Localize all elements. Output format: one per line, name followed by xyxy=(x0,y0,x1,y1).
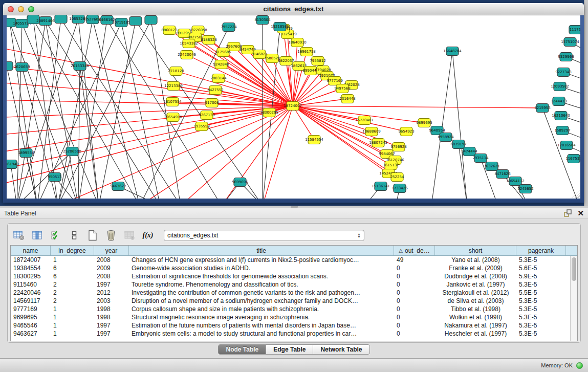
table-row[interactable]: 946362711997Embryonic stem cells: a mode… xyxy=(11,330,577,338)
graph-node[interactable]: 9463627 xyxy=(110,182,126,191)
tab-network-table[interactable]: Network Table xyxy=(313,345,369,354)
function-builder-button[interactable]: f(x) xyxy=(141,229,155,242)
column-header-short[interactable]: short xyxy=(435,246,516,255)
graph-node[interactable]: 9245652 xyxy=(517,185,533,193)
graph-node[interactable]: 8958924 xyxy=(438,133,454,142)
graph-node[interactable]: 917008 xyxy=(205,99,219,107)
graph-node[interactable]: 15751074 xyxy=(561,38,579,47)
graph-node[interactable]: 1861940 xyxy=(7,160,19,169)
clear-selection-button[interactable] xyxy=(68,229,81,242)
column-header-name[interactable]: name xyxy=(11,246,51,255)
graph-node[interactable]: 9899695 xyxy=(416,119,432,127)
graph-node[interactable]: 19654918 xyxy=(164,113,182,122)
graph-node[interactable]: 8186328 xyxy=(201,36,216,45)
graph-node[interactable]: 18107554 xyxy=(163,98,182,106)
table-mode-button[interactable] xyxy=(12,229,26,242)
graph-node[interactable]: 8471626 xyxy=(494,170,511,179)
graph-node[interactable]: 11175 xyxy=(569,26,580,34)
tab-edge-table[interactable]: Edge Table xyxy=(266,345,313,354)
create-column-button[interactable] xyxy=(86,229,99,242)
graph-node[interactable] xyxy=(7,62,13,71)
graph-node[interactable]: 7632621 xyxy=(484,162,499,171)
graph-node[interactable]: 1733426 xyxy=(391,184,408,193)
table-select-dropdown[interactable]: citations_edges.txt ▲▼ xyxy=(164,230,364,241)
panel-splitter[interactable] xyxy=(0,206,588,208)
graph-node[interactable]: 9699695 xyxy=(232,178,248,187)
graph-node[interactable] xyxy=(55,15,67,24)
graph-node[interactable]: 9654923 xyxy=(398,127,414,136)
close-panel-icon[interactable]: ✕ xyxy=(577,209,584,217)
graph-node[interactable]: 1527602 xyxy=(84,15,100,24)
network-window-titlebar[interactable]: citations_edges.txt xyxy=(3,3,584,15)
table-row[interactable]: 1872400712008Changes of HCN gene express… xyxy=(11,256,577,264)
graph-node[interactable]: 1167533 xyxy=(565,155,580,163)
splitter-handle-icon[interactable] xyxy=(291,206,298,208)
graph-node[interactable]: 20153346 xyxy=(71,62,89,71)
graph-node[interactable]: 16210643 xyxy=(552,112,570,120)
network-canvas[interactable]: 1872400788601238912954182260589827508818… xyxy=(7,15,580,199)
graph-node[interactable]: 9756928 xyxy=(390,143,406,151)
scrollbar-thumb[interactable] xyxy=(572,257,576,281)
graph-node[interactable]: 1244413 xyxy=(551,97,567,106)
table-row[interactable]: 946554611997Estimation of the future num… xyxy=(11,321,577,330)
vertical-scrollbar[interactable] xyxy=(570,256,577,341)
import-table-button[interactable] xyxy=(123,229,136,242)
column-header-title[interactable]: title xyxy=(129,246,394,255)
graph-node[interactable]: 8860123 xyxy=(161,26,177,35)
table-row[interactable]: 977716911998Corpus callosum shape and si… xyxy=(11,305,577,313)
graph-node[interactable]: 3175685 xyxy=(215,48,231,57)
graph-node[interactable]: 12213389 xyxy=(164,82,183,91)
graph-node[interactable]: 11584554 xyxy=(305,136,323,144)
graph-node[interactable]: 2316448 xyxy=(339,95,355,103)
column-header-year[interactable]: year xyxy=(94,246,129,255)
column-header-in_degree[interactable]: in_degree xyxy=(51,246,94,255)
network-graph[interactable]: 1872400788601238912954182260589827508818… xyxy=(7,15,580,199)
graph-node[interactable]: 2620659 xyxy=(14,63,30,72)
cell-short: de Silva et al. (2003) xyxy=(435,297,516,305)
graph-node[interactable]: 2718120 xyxy=(168,67,184,76)
close-window-button[interactable] xyxy=(8,6,14,12)
graph-node[interactable]: 9267130 xyxy=(199,111,214,120)
column-header-out_degree[interactable]: △out_de… xyxy=(394,246,435,255)
graph-node[interactable]: 950513 xyxy=(48,173,62,182)
table-row[interactable]: 2242004622012Investigating the contribut… xyxy=(11,289,577,297)
graph-node[interactable]: 7957224 xyxy=(221,23,237,32)
graph-node[interactable]: 10688609 xyxy=(362,127,381,136)
zoom-window-button[interactable] xyxy=(28,6,34,12)
graph-node[interactable]: 1899554 xyxy=(18,149,34,158)
float-panel-icon[interactable] xyxy=(564,209,572,217)
graph-node[interactable] xyxy=(145,16,157,25)
graph-node[interactable]: 9329966 xyxy=(558,53,574,61)
column-header-pagerank[interactable]: pagerank xyxy=(516,246,566,255)
graph-node[interactable]: 16961758 xyxy=(297,48,316,56)
graph-node[interactable]: 8130304 xyxy=(254,16,271,25)
graph-node[interactable]: 252254 xyxy=(390,173,404,182)
graph-node[interactable]: 2803144 xyxy=(210,74,227,83)
table-row[interactable]: 1830029562008Estimation of significance … xyxy=(11,272,577,280)
graph-node[interactable]: 15136141 xyxy=(372,182,390,191)
graph-node[interactable]: 9497568 xyxy=(334,84,350,93)
table-row[interactable]: 911546021997Tourette syndrome. Phenomeno… xyxy=(11,280,577,289)
tab-node-table[interactable]: Node Table xyxy=(219,345,266,354)
select-all-button[interactable] xyxy=(49,229,62,242)
table-row[interactable]: 1456911722003Disruption of a novel membe… xyxy=(11,297,577,305)
graph-node[interactable]: 2935114 xyxy=(472,154,489,163)
graph-node[interactable]: 1589297 xyxy=(554,126,570,135)
graph-node[interactable] xyxy=(129,17,142,26)
graph-node[interactable]: 1615132 xyxy=(383,161,399,170)
delete-column-button[interactable] xyxy=(104,229,118,242)
table-row[interactable]: 969969511998Structural magnetic resonanc… xyxy=(11,313,577,321)
graph-node[interactable]: 9227343 xyxy=(555,68,571,77)
graph-node[interactable]: 25206500 xyxy=(63,147,81,156)
graph-node[interactable]: 7955812 xyxy=(310,57,325,65)
graph-node[interactable]: 18640910 xyxy=(288,38,307,47)
graph-node[interactable]: 8427552 xyxy=(207,86,223,95)
show-columns-button[interactable] xyxy=(31,229,44,242)
graph-node[interactable]: 16648784 xyxy=(443,47,462,56)
table-row[interactable]: 1938455462009Genome-wide association stu… xyxy=(11,264,577,272)
graph-node[interactable]: 1935558 xyxy=(193,122,209,131)
minimize-window-button[interactable] xyxy=(18,6,24,12)
graph-node[interactable]: 9242848 xyxy=(213,60,229,69)
graph-node[interactable]: 12093582 xyxy=(551,82,569,91)
graph-node[interactable]: 8215953 xyxy=(534,104,550,113)
